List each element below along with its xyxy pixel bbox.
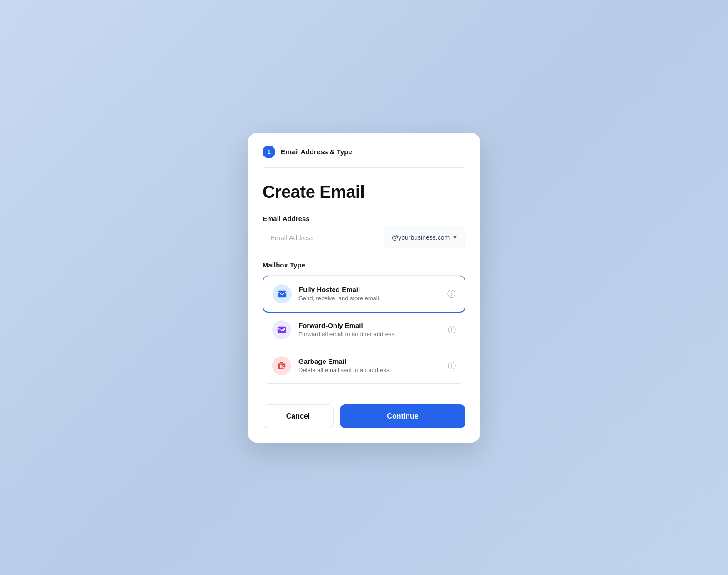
email-input-container: @yourbusiness.com ▼ [263,227,465,248]
mailbox-option-fully-hosted[interactable]: Fully Hosted Email Send, receive, and st… [263,275,465,313]
modal-footer: Cancel Continue [248,395,480,443]
mailbox-type-label: Mailbox Type [263,261,465,269]
mailbox-info-fully-hosted: Fully Hosted Email Send, receive, and st… [299,286,440,302]
cancel-button[interactable]: Cancel [263,404,334,428]
mailbox-desc-fully-hosted: Send, receive, and store email. [299,295,440,302]
step-badge: 1 [263,146,275,158]
mailbox-name-fully-hosted: Fully Hosted Email [299,286,440,293]
mailbox-name-forward-only: Forward-Only Email [298,322,440,329]
garbage-icon [277,361,287,371]
step-title: Email Address & Type [281,148,352,156]
domain-text: @yourbusiness.com [392,234,450,241]
forward-icon [277,325,287,335]
mailbox-icon-wrap-fully-hosted [273,284,292,303]
info-icon-garbage[interactable]: ⓘ [448,360,456,371]
mailbox-icon-wrap-garbage [272,356,291,375]
mailbox-name-garbage: Garbage Email [298,358,440,365]
modal-header: 1 Email Address & Type [248,133,480,167]
mailbox-desc-garbage: Delete all email sent to an address. [298,367,440,373]
mailbox-options: Fully Hosted Email Send, receive, and st… [263,275,465,384]
mailbox-option-garbage[interactable]: Garbage Email Delete all email sent to a… [263,348,465,383]
continue-button[interactable]: Continue [340,404,465,428]
svg-rect-0 [278,290,286,297]
create-email-modal: 1 Email Address & Type Create Email Emai… [248,133,480,443]
envelope-icon [277,289,287,299]
domain-selector[interactable]: @yourbusiness.com ▼ [384,227,465,248]
mailbox-icon-wrap-forward-only [272,320,291,339]
mailbox-option-forward-only[interactable]: Forward-Only Email Forward all email to … [263,312,465,348]
info-icon-forward-only[interactable]: ⓘ [448,324,456,335]
mailbox-info-forward-only: Forward-Only Email Forward all email to … [298,322,440,338]
info-icon-fully-hosted[interactable]: ⓘ [447,288,455,299]
mailbox-desc-forward-only: Forward all email to another address. [298,331,440,338]
email-input[interactable] [263,227,384,248]
modal-body: Create Email Email Address @yourbusiness… [248,168,480,395]
page-title: Create Email [263,182,465,202]
email-address-label: Email Address [263,215,465,222]
mailbox-info-garbage: Garbage Email Delete all email sent to a… [298,358,440,373]
chevron-down-icon: ▼ [452,234,458,241]
